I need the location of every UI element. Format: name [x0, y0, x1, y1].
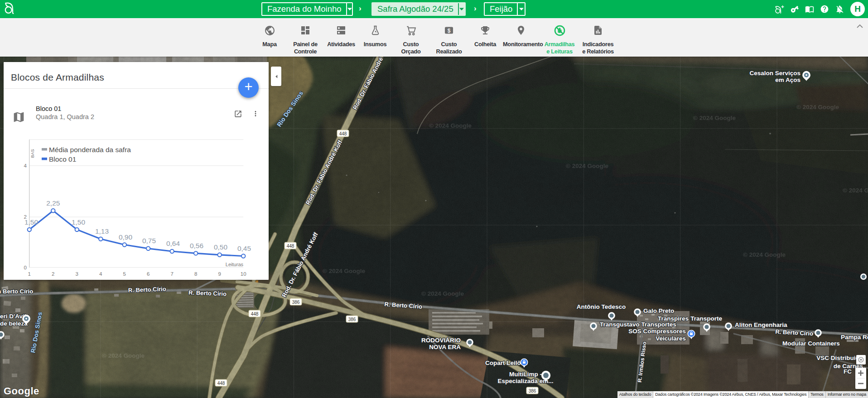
svg-text:7: 7 [170, 271, 173, 277]
svg-text:0,75: 0,75 [142, 237, 156, 245]
svg-text:2: 2 [52, 271, 54, 277]
svg-text:0,56: 0,56 [190, 242, 203, 249]
svg-text:0,45: 0,45 [237, 245, 251, 252]
svg-text:6: 6 [147, 271, 149, 277]
svg-text:5: 5 [123, 271, 126, 277]
svg-text:R. Berto Círio: R. Berto Círio [188, 289, 227, 297]
svg-text:© 2024 Google: © 2024 Google [323, 268, 365, 274]
svg-text:1,13: 1,13 [95, 227, 109, 235]
svg-text:448: 448 [287, 244, 294, 249]
svg-text:386: 386 [529, 388, 536, 393]
svg-text:8: 8 [194, 271, 197, 277]
svg-text:3: 3 [76, 271, 78, 277]
svg-text:2,25: 2,25 [46, 199, 60, 207]
svg-text:© 2024 Google: © 2024 Google [743, 251, 786, 258]
svg-text:MultiLimp -: MultiLimp - [509, 371, 542, 378]
svg-text:FC: FC [844, 368, 852, 375]
svg-text:© 2024 Google: © 2024 Google [693, 115, 736, 121]
svg-text:© 2024 Google: © 2024 Google [796, 104, 839, 110]
svg-text:em Aços: em Aços [775, 77, 800, 83]
svg-text:Média ponderada da safra: Média ponderada da safra [49, 146, 131, 153]
svg-text:0,64: 0,64 [166, 240, 180, 247]
svg-text:448: 448 [217, 381, 225, 386]
svg-text:0,50: 0,50 [214, 243, 228, 251]
svg-text:Cesalon Serviços: Cesalon Serviços [749, 70, 800, 77]
svg-text:386: 386 [348, 317, 356, 322]
svg-text:m Berto Círio: m Berto Círio [0, 288, 33, 295]
svg-text:4: 4 [24, 163, 27, 168]
svg-text:Antônio Tedesco: Antônio Tedesco [577, 303, 626, 310]
svg-text:Veiculares: Veiculares [656, 335, 686, 342]
svg-text:Galo Preto: Galo Preto [643, 307, 674, 314]
svg-text:0: 0 [24, 265, 27, 270]
svg-text:R. Berto Círio: R. Berto Círio [128, 286, 166, 294]
svg-text:BAS: BAS [30, 149, 35, 158]
svg-text:Pampa Req: Pampa Req [841, 334, 868, 340]
svg-text:SOS Compressores: SOS Compressores [628, 328, 686, 335]
svg-text:Modular Containers: Modular Containers [782, 340, 840, 347]
svg-text:4: 4 [99, 271, 102, 277]
svg-text:NOVA ERA: NOVA ERA [429, 344, 461, 350]
svg-text:Aliton Engenharia: Aliton Engenharia [735, 321, 787, 328]
svg-text:© 2024 Google: © 2024 Google [429, 122, 472, 129]
svg-text:Leituras: Leituras [226, 262, 244, 267]
svg-text:© 2024 Google: © 2024 Google [421, 290, 464, 297]
svg-text:1,50: 1,50 [72, 218, 86, 226]
svg-text:1: 1 [28, 271, 31, 277]
svg-text:© 2024 Google: © 2024 Google [566, 163, 608, 169]
svg-text:10: 10 [241, 271, 246, 277]
svg-text:$: $ [448, 28, 451, 34]
svg-text:9: 9 [218, 271, 221, 277]
svg-text:RODOVIÁRIO: RODOVIÁRIO [421, 337, 461, 344]
svg-text:© 2024 Google: © 2024 Google [843, 187, 868, 194]
svg-text:Transgustavo Transportes: Transgustavo Transportes [600, 321, 676, 328]
svg-text:0,90: 0,90 [119, 233, 133, 241]
svg-text:Bloco 01: Bloco 01 [49, 155, 76, 163]
svg-text:1,50: 1,50 [24, 218, 39, 226]
svg-text:386: 386 [292, 300, 300, 305]
svg-text:448: 448 [339, 131, 347, 136]
svg-text:© 2024 Google: © 2024 Google [102, 352, 145, 359]
svg-text:448: 448 [251, 312, 259, 316]
